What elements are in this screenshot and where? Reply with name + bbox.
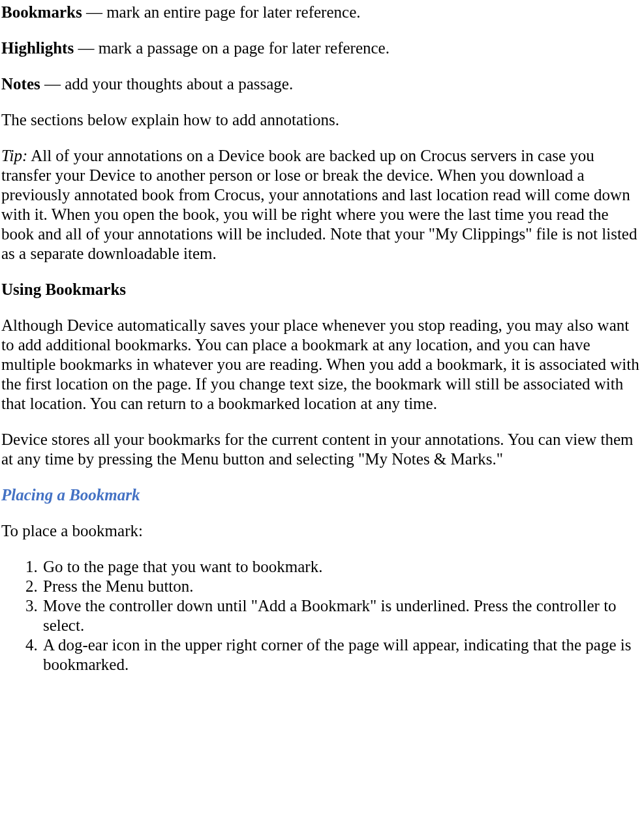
using-bookmarks-p2: Device stores all your bookmarks for the… [1,430,643,469]
step-3: Move the controller down until "Add a Bo… [42,596,643,635]
tip-paragraph: Tip: All of your annotations on a Device… [1,146,643,264]
tip-label: Tip: [1,147,27,164]
tip-body: All of your annotations on a Device book… [1,147,637,262]
desc-bookmarks: — mark an entire page for later referenc… [82,3,361,21]
term-notes: Notes [1,75,40,93]
definition-notes: Notes — add your thoughts about a passag… [1,74,643,94]
using-bookmarks-p1: Although Device automatically saves your… [1,316,643,414]
step-4: A dog-ear icon in the upper right corner… [42,635,643,675]
heading-placing-bookmark: Placing a Bookmark [1,485,643,505]
step-1: Go to the page that you want to bookmark… [42,557,643,577]
desc-highlights: — mark a passage on a page for later ref… [74,39,390,57]
desc-notes: — add your thoughts about a passage. [40,75,293,93]
definition-highlights: Highlights — mark a passage on a page fo… [1,38,643,58]
step-2: Press the Menu button. [42,577,643,596]
placing-bookmark-steps: Go to the page that you want to bookmark… [1,557,643,675]
heading-using-bookmarks: Using Bookmarks [1,280,643,299]
term-highlights: Highlights [1,39,74,57]
definition-bookmarks: Bookmarks — mark an entire page for late… [1,3,643,22]
intro-text: The sections below explain how to add an… [1,110,643,130]
placing-bookmark-intro: To place a bookmark: [1,521,643,541]
term-bookmarks: Bookmarks [1,3,82,21]
